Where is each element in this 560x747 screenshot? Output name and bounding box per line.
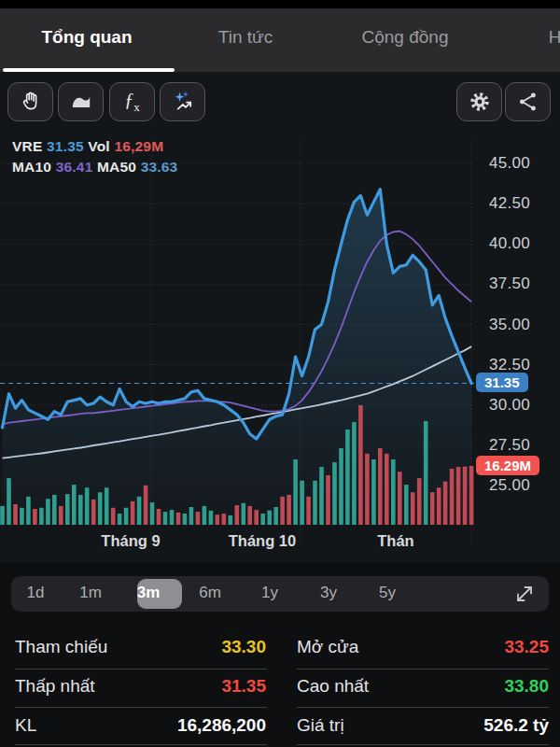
stat-label-thap-nhat: Thấp nhất (15, 676, 95, 697)
stat-label-mo-cua: Mở cửa (297, 637, 358, 657)
draw-curve-button[interactable] (58, 82, 104, 121)
range-3m[interactable]: 3m (137, 584, 161, 602)
stat-value-cao-nhat: 33.80 (427, 676, 549, 697)
share-chart-button[interactable] (505, 82, 551, 121)
stats-panel: Tham chiếu 33.30 Mở cửa 33.25 Thấp nhất … (0, 624, 560, 747)
divider (15, 707, 267, 708)
stat-label-gia-tri: Giá trị (297, 715, 344, 736)
ai-magic-button[interactable] (160, 82, 205, 121)
fx-icon: ƒx (124, 90, 140, 115)
stock-app: Tổng quan Tin tức Cộng đồng Hồ ƒx (0, 0, 560, 747)
indicator-fx-button[interactable]: ƒx (109, 82, 155, 121)
y-axis-tick: 42.50 (489, 193, 556, 214)
stat-value-tham-chieu: 33.30 (145, 637, 266, 657)
gear-icon (468, 90, 492, 114)
y-axis-tick: 35.00 (489, 315, 556, 335)
tab-ho-so[interactable]: Hồ (549, 27, 560, 48)
time-range-selector: 1d 1m 3m 6m 1y 3y 5y (11, 576, 549, 612)
range-3y[interactable]: 3y (320, 584, 337, 602)
range-1y[interactable]: 1y (261, 584, 278, 602)
sparkle-arrow-icon (170, 89, 196, 115)
range-6m[interactable]: 6m (199, 584, 221, 602)
stat-label-cao-nhat: Cao nhất (297, 676, 369, 697)
curve-icon (68, 90, 94, 114)
hand-icon (19, 90, 43, 114)
y-axis-tick: 25.00 (489, 475, 556, 496)
x-axis-label: Tháng 10 (197, 532, 328, 550)
price-chart[interactable] (0, 131, 560, 560)
divider (297, 669, 549, 669)
divider (297, 707, 549, 708)
chart-section: ƒx (0, 72, 560, 563)
stat-label-tham-chieu: Tham chiếu (15, 637, 107, 657)
stat-value-mo-cua: 33.25 (427, 637, 549, 657)
y-axis-tick: 27.50 (489, 435, 556, 456)
stat-value-thap-nhat: 31.35 (145, 676, 266, 697)
range-1m[interactable]: 1m (79, 584, 102, 602)
status-strip (0, 0, 560, 8)
y-axis-tick: 30.00 (489, 395, 556, 416)
pan-tool-button[interactable] (7, 82, 53, 121)
y-axis-tick: 40.00 (489, 233, 556, 254)
x-axis-label: Thán (330, 532, 461, 550)
top-tab-bar: Tổng quan Tin tức Cộng đồng Hồ (0, 8, 560, 72)
share-icon (516, 90, 540, 114)
y-axis-tick: 37.50 (489, 274, 556, 294)
y-axis-tick: 32.50 (489, 355, 556, 375)
divider (297, 744, 549, 745)
stat-label-kl: KL (15, 715, 36, 736)
stat-value-kl: 16,286,200 (117, 715, 266, 736)
chart-settings-button[interactable] (456, 82, 502, 121)
x-axis-label: Tháng 9 (65, 532, 196, 550)
divider (15, 744, 267, 745)
range-1d[interactable]: 1d (27, 584, 45, 602)
range-5y[interactable]: 5y (379, 584, 396, 602)
divider (15, 669, 267, 669)
current-volume-badge: 16.29M (476, 456, 539, 475)
y-axis-tick: 45.00 (489, 153, 556, 174)
tab-tong-quan[interactable]: Tổng quan (41, 27, 132, 48)
tab-cong-dong[interactable]: Cộng đồng (362, 27, 449, 48)
tab-tin-tuc[interactable]: Tin tức (218, 27, 273, 48)
last-price-badge: 31.35 (476, 373, 528, 392)
stat-value-gia-tri: 526.2 tỷ (427, 715, 549, 736)
fullscreen-expand-icon[interactable] (513, 583, 536, 605)
